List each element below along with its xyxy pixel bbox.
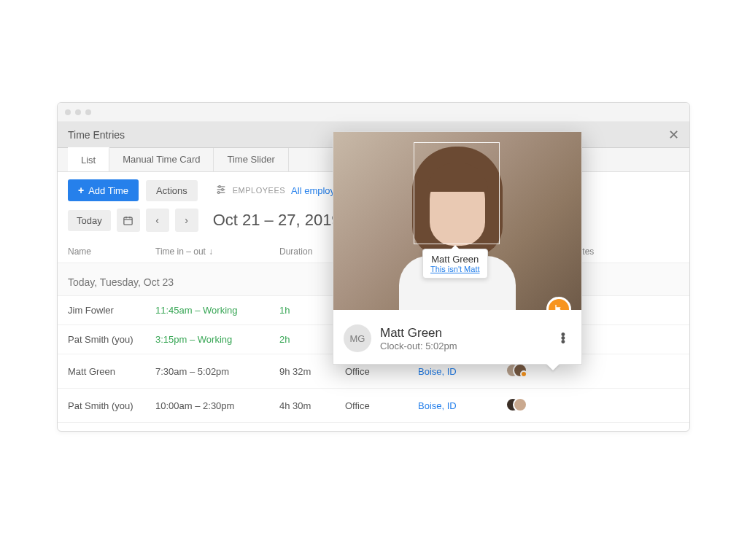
- cell-city[interactable]: Boise, ID: [418, 400, 506, 411]
- col-name[interactable]: Name: [68, 246, 155, 257]
- cell-time: 10:00am – 2:30pm: [155, 400, 279, 411]
- traffic-light-zoom[interactable]: [85, 109, 91, 115]
- add-time-label: Add Time: [88, 185, 128, 196]
- cell-name: Pat Smith (you): [68, 400, 155, 411]
- cell-name: Jim Fowler: [68, 305, 155, 316]
- traffic-light-close[interactable]: [65, 109, 71, 115]
- svg-point-3: [221, 188, 223, 190]
- today-button[interactable]: Today: [68, 210, 111, 231]
- tab-manual-time-card[interactable]: Manual Time Card: [109, 148, 214, 171]
- cell-avatars[interactable]: [506, 397, 557, 413]
- actions-button[interactable]: Actions: [146, 180, 198, 201]
- cell-time: 11:45am – Working: [155, 305, 279, 316]
- face-tooltip-name: Matt Green: [430, 254, 480, 265]
- svg-point-1: [218, 185, 220, 187]
- popover-subtitle: Clock-out: 5:02pm: [380, 341, 457, 351]
- cell-time: 7:30am – 5:02pm: [155, 366, 279, 377]
- sliders-icon[interactable]: [215, 184, 227, 198]
- prev-button[interactable]: ‹: [146, 209, 169, 232]
- flag-badge[interactable]: [546, 297, 571, 310]
- employees-label: EMPLOYEES: [233, 186, 285, 195]
- cell-name: Matt Green: [68, 366, 155, 377]
- cell-duration: 4h 30m: [279, 400, 345, 411]
- col-time-in-out[interactable]: Time in – out ↓: [155, 246, 279, 257]
- cell-where: Office: [345, 366, 418, 377]
- panel-title: Time Entries: [68, 129, 125, 141]
- not-this-person-link[interactable]: This isn't Matt: [430, 265, 480, 273]
- window-titlebar: [58, 103, 689, 122]
- table-row[interactable]: Pat Smith (you) 10:00am – 2:30pm 4h 30m …: [58, 389, 689, 423]
- date-range: Oct 21 – 27, 2019: [213, 211, 341, 230]
- employees-filter: EMPLOYEES All employees: [215, 184, 350, 198]
- avatar-initials: MG: [344, 324, 371, 352]
- facial-recognition-popover: Matt Green This isn't Matt MG Matt Green…: [333, 131, 582, 365]
- cell-city[interactable]: Boise, ID: [418, 366, 506, 377]
- tab-time-slider[interactable]: Time Slider: [214, 148, 288, 171]
- popover-tail: [546, 364, 560, 370]
- popover-info: Matt Green Clock-out: 5:02pm: [380, 326, 457, 351]
- clock-photo: Matt Green This isn't Matt: [333, 132, 581, 310]
- svg-rect-6: [124, 217, 132, 225]
- popover-footer: MG Matt Green Clock-out: 5:02pm •••: [333, 310, 581, 364]
- sort-arrow-down-icon: ↓: [209, 246, 213, 257]
- plus-icon: +: [78, 184, 84, 196]
- more-menu-button[interactable]: •••: [555, 330, 571, 347]
- svg-point-5: [217, 191, 220, 193]
- cell-time: 3:15pm – Working: [155, 334, 279, 345]
- add-time-button[interactable]: + Add Time: [68, 179, 139, 201]
- close-icon[interactable]: ✕: [668, 127, 679, 143]
- tab-list[interactable]: List: [68, 147, 109, 171]
- traffic-light-minimize[interactable]: [75, 109, 81, 115]
- cell-duration: 9h 32m: [279, 366, 345, 377]
- next-button[interactable]: ›: [175, 209, 198, 232]
- flag-icon: [553, 303, 565, 310]
- popover-name: Matt Green: [380, 326, 457, 341]
- face-detection-box: [414, 142, 500, 244]
- cell-name: Pat Smith (you): [68, 334, 155, 345]
- calendar-button[interactable]: [117, 209, 140, 232]
- face-tooltip: Matt Green This isn't Matt: [422, 249, 488, 279]
- cell-where: Office: [345, 400, 418, 411]
